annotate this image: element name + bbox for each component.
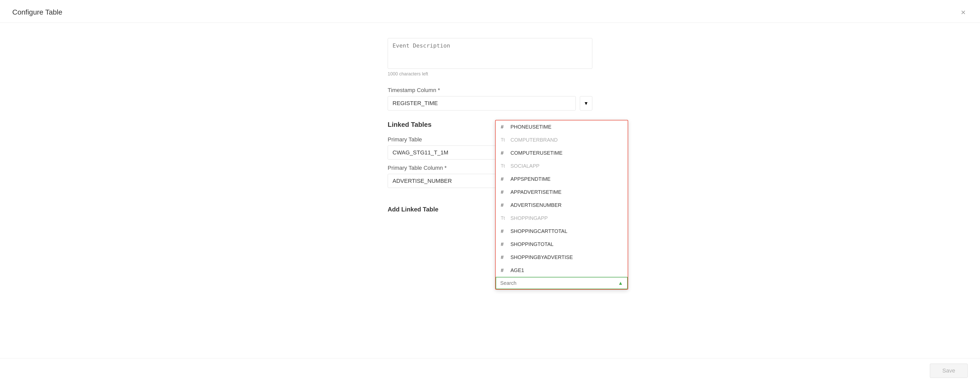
search-up-icon: ▲ bbox=[618, 280, 623, 286]
dropdown-item-label: AGE1 bbox=[511, 267, 524, 273]
number-type-icon: # bbox=[501, 228, 507, 234]
dropdown-item[interactable]: TtSHOPPINGAPP bbox=[496, 212, 628, 225]
dropdown-item-label: COMPUTERBRAND bbox=[511, 137, 558, 143]
dropdown-item[interactable]: #SHOPPINGBYADVERTISE bbox=[496, 251, 628, 264]
primary-table-column-row: Primary Table Column * ADVERTISE_NUMBER … bbox=[388, 165, 592, 188]
event-description-group: 1000 characters left bbox=[388, 38, 592, 77]
dropdown-item[interactable]: #APPADVERTISETIME bbox=[496, 186, 628, 199]
modal-footer: Save bbox=[0, 358, 980, 383]
text-type-icon: Tt bbox=[501, 137, 507, 142]
form-container: 1000 characters left Timestamp Column * … bbox=[388, 38, 592, 215]
dropdown-item[interactable]: #PHONEUSETIME bbox=[496, 120, 628, 133]
char-count-label: 1000 characters left bbox=[388, 71, 592, 77]
number-type-icon: # bbox=[501, 241, 507, 247]
add-linked-table-button[interactable]: Add Linked Table bbox=[388, 203, 438, 215]
number-type-icon: # bbox=[501, 189, 507, 195]
dropdown-item-label: COMPUTERUSETIME bbox=[511, 150, 562, 156]
dropdown-item-label: APPADVERTISETIME bbox=[511, 189, 562, 195]
dropdown-search-wrapper: ▲ bbox=[496, 277, 628, 289]
timestamp-input[interactable] bbox=[388, 96, 576, 111]
save-button[interactable]: Save bbox=[930, 364, 968, 378]
number-type-icon: # bbox=[501, 124, 507, 130]
modal-title: Configure Table bbox=[12, 8, 62, 16]
timestamp-label: Timestamp Column * bbox=[388, 87, 592, 93]
dropdown-item-label: ADVERTISENUMBER bbox=[511, 202, 562, 208]
configure-table-modal: Configure Table × 1000 characters left T… bbox=[0, 0, 980, 383]
dropdown-item-label: SOCIALAPP bbox=[511, 163, 539, 169]
dropdown-arrow-icon: ▾ bbox=[585, 100, 587, 107]
dropdown-item[interactable]: TtCOMPUTERBRAND bbox=[496, 133, 628, 147]
dropdown-item[interactable]: #AGE1 bbox=[496, 264, 628, 277]
close-button[interactable]: × bbox=[959, 7, 968, 17]
modal-header: Configure Table × bbox=[0, 0, 980, 23]
linked-tables-group: Linked Tables Primary Table CWAG_STG11_T… bbox=[388, 121, 592, 188]
text-type-icon: Tt bbox=[501, 215, 507, 221]
dropdown-item-label: SHOPPINGAPP bbox=[511, 215, 548, 221]
timestamp-group: Timestamp Column * ▾ bbox=[388, 87, 592, 111]
dropdown-search: ▲ bbox=[496, 277, 627, 289]
dropdown-item-label: PHONEUSETIME bbox=[511, 124, 551, 130]
dropdown-search-input[interactable] bbox=[500, 280, 616, 286]
dropdown-item[interactable]: #APPSPENDTIME bbox=[496, 173, 628, 186]
event-description-input[interactable] bbox=[388, 38, 592, 69]
modal-body: 1000 characters left Timestamp Column * … bbox=[0, 23, 980, 358]
dropdown-item[interactable]: #SHOPPINGCARTTOTAL bbox=[496, 225, 628, 238]
dropdown-list: #PHONEUSETIMETtCOMPUTERBRAND#COMPUTERUSE… bbox=[496, 120, 628, 277]
number-type-icon: # bbox=[501, 176, 507, 182]
dropdown-item[interactable]: #SHOPPINGTOTAL bbox=[496, 238, 628, 251]
column-dropdown-popup: #PHONEUSETIMETtCOMPUTERBRAND#COMPUTERUSE… bbox=[495, 120, 628, 290]
dropdown-item-label: SHOPPINGTOTAL bbox=[511, 241, 554, 247]
dropdown-item-label: APPSPENDTIME bbox=[511, 176, 550, 182]
text-type-icon: Tt bbox=[501, 163, 507, 169]
timestamp-dropdown-btn[interactable]: ▾ bbox=[580, 96, 592, 111]
dropdown-item[interactable]: #ADVERTISENUMBER bbox=[496, 199, 628, 212]
number-type-icon: # bbox=[501, 267, 507, 273]
dropdown-item[interactable]: TtSOCIALAPP bbox=[496, 160, 628, 173]
dropdown-item-label: SHOPPINGBYADVERTISE bbox=[511, 255, 573, 260]
number-type-icon: # bbox=[501, 255, 507, 260]
dropdown-item-label: SHOPPINGCARTTOTAL bbox=[511, 228, 567, 234]
number-type-icon: # bbox=[501, 202, 507, 208]
dropdown-item[interactable]: #COMPUTERUSETIME bbox=[496, 147, 628, 160]
number-type-icon: # bbox=[501, 150, 507, 156]
